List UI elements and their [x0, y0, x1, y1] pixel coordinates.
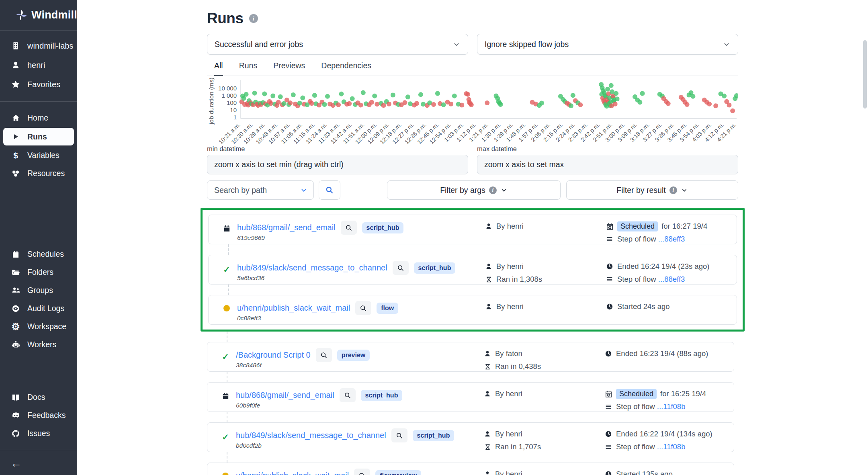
failed-job-point[interactable]	[358, 102, 363, 107]
search-icon[interactable]	[340, 388, 356, 402]
skipped-flow-select[interactable]: Ignore skipped flow jobs	[477, 34, 738, 55]
success-job-point[interactable]	[418, 92, 423, 97]
run-row[interactable]: u/henri/publish_slack_wait_mailflow0c88e…	[208, 295, 737, 325]
failed-job-point[interactable]	[459, 102, 464, 107]
success-job-point[interactable]	[571, 93, 575, 98]
sidebar-item-user[interactable]: henri	[0, 55, 77, 75]
failed-job-point[interactable]	[685, 102, 690, 107]
tab-runs[interactable]: Runs	[239, 61, 258, 76]
run-path-link[interactable]: u/henri/publish_slack_wait_mail	[236, 471, 349, 475]
tab-previews[interactable]: Previews	[273, 61, 305, 76]
failed-job-point[interactable]	[469, 102, 474, 107]
success-job-point[interactable]	[300, 95, 305, 100]
tab-all[interactable]: All	[214, 61, 223, 76]
sidebar-item-audit-logs[interactable]: Audit Logs	[0, 299, 77, 317]
success-job-point[interactable]	[241, 96, 246, 101]
success-job-point[interactable]	[498, 102, 503, 107]
flow-link[interactable]: ...11f08b	[657, 402, 686, 411]
success-job-point[interactable]	[270, 93, 275, 98]
success-job-point[interactable]	[325, 94, 330, 99]
job-kind-select[interactable]: Successful and error jobs	[207, 34, 468, 55]
job-duration-chart[interactable]: job duration (ms)1101001 00010 00010:21 …	[207, 77, 738, 144]
sidebar-item-folders[interactable]: Folders	[0, 263, 77, 281]
failed-job-point[interactable]	[288, 100, 293, 105]
sidebar-item-resources[interactable]: Resources	[0, 164, 77, 182]
tab-dependencies[interactable]: Dependencies	[321, 61, 371, 76]
filter-by-args-button[interactable]: Filter by args i	[387, 180, 561, 200]
failed-job-point[interactable]	[336, 102, 341, 107]
failed-job-point[interactable]	[369, 100, 374, 105]
search-icon[interactable]	[393, 261, 409, 275]
search-icon[interactable]	[355, 301, 371, 315]
collapse-sidebar-button[interactable]: ←	[0, 452, 77, 475]
flow-link[interactable]: ...11f08b	[657, 442, 686, 451]
success-job-point[interactable]	[690, 94, 695, 99]
search-button[interactable]	[319, 180, 340, 200]
success-job-point[interactable]	[539, 100, 544, 105]
success-job-point[interactable]	[609, 83, 614, 88]
success-job-point[interactable]	[640, 91, 645, 96]
failed-job-point[interactable]	[465, 92, 470, 97]
success-job-point[interactable]	[372, 94, 377, 98]
success-job-point[interactable]	[252, 91, 257, 96]
sidebar-item-variables[interactable]: $Variables	[0, 146, 77, 164]
sidebar-item-docs[interactable]: Docs	[0, 388, 77, 406]
run-row[interactable]: hub/868/gmail/_send_emailscript_hub60b9f…	[207, 382, 734, 412]
sidebar-item-workspace[interactable]: ⚙Workspace	[0, 317, 77, 336]
success-job-point[interactable]	[441, 102, 446, 107]
flow-link[interactable]: ...88eff3	[658, 275, 685, 283]
run-path-link[interactable]: u/henri/publish_slack_wait_mail	[237, 303, 350, 313]
run-row[interactable]: ✓/Background Script 0preview38c8486fBy f…	[207, 342, 734, 372]
success-job-point[interactable]	[637, 100, 642, 105]
failed-job-point[interactable]	[727, 102, 731, 107]
failed-job-point[interactable]	[578, 102, 583, 107]
failed-job-point[interactable]	[309, 101, 314, 106]
sidebar-item-runs[interactable]: Runs	[3, 128, 74, 145]
failed-job-point[interactable]	[414, 101, 419, 106]
success-job-point[interactable]	[391, 93, 395, 98]
failed-job-point[interactable]	[402, 100, 407, 105]
run-path-link[interactable]: hub/849/slack/send_message_to_channel	[237, 263, 387, 272]
run-row[interactable]: ✓hub/849/slack/send_message_to_channelsc…	[208, 255, 737, 285]
failed-job-point[interactable]	[448, 102, 453, 106]
run-row[interactable]: ✓hub/849/slack/send_message_to_channelsc…	[207, 422, 734, 452]
run-path-link[interactable]: /Background Script 0	[236, 350, 311, 360]
run-path-link[interactable]: hub/868/gmail/_send_email	[237, 223, 336, 232]
sidebar-item-favorites[interactable]: Favorites	[0, 75, 77, 94]
failed-job-point[interactable]	[431, 102, 436, 107]
success-job-point[interactable]	[244, 92, 249, 97]
failed-job-point[interactable]	[730, 109, 735, 113]
run-path-link[interactable]: hub/849/slack/send_message_to_channel	[236, 431, 386, 440]
sidebar-item-groups[interactable]: Groups	[0, 281, 77, 299]
sidebar-item-workspace[interactable]: windmill-labs	[0, 36, 77, 55]
run-row[interactable]: u/henri/publish_slack_wait_mailflowprevi…	[207, 463, 734, 475]
failed-job-point[interactable]	[707, 102, 712, 106]
success-job-point[interactable]	[297, 101, 302, 106]
success-job-point[interactable]	[262, 91, 267, 96]
flow-link[interactable]: ...88eff3	[658, 235, 685, 243]
failed-job-point[interactable]	[485, 100, 489, 105]
success-job-point[interactable]	[361, 90, 366, 95]
success-job-point[interactable]	[452, 94, 457, 98]
min-datetime-input[interactable]: zoom x axis to set min (drag with ctrl)	[207, 155, 468, 174]
sidebar-item-issues[interactable]: Issues	[0, 424, 77, 442]
search-icon[interactable]	[341, 221, 357, 235]
success-job-point[interactable]	[605, 87, 610, 92]
search-icon[interactable]	[391, 428, 407, 442]
success-job-point[interactable]	[339, 92, 344, 96]
failed-job-point[interactable]	[713, 103, 718, 108]
runs-info-icon[interactable]: i	[249, 14, 258, 23]
success-job-point[interactable]	[322, 102, 327, 107]
sidebar-item-home[interactable]: Home	[0, 109, 77, 127]
sidebar-item-schedules[interactable]: Schedules	[0, 245, 77, 263]
failed-job-point[interactable]	[347, 101, 352, 106]
search-icon[interactable]	[316, 348, 332, 362]
app-logo[interactable]: Windmill	[0, 0, 77, 31]
failed-job-point[interactable]	[268, 101, 273, 106]
filter-by-result-button[interactable]: Filter by result i	[566, 180, 738, 200]
search-icon[interactable]	[354, 469, 370, 475]
success-job-point[interactable]	[722, 94, 727, 98]
failed-job-point[interactable]	[387, 102, 391, 106]
success-job-point[interactable]	[312, 93, 317, 98]
success-job-point[interactable]	[278, 94, 283, 99]
